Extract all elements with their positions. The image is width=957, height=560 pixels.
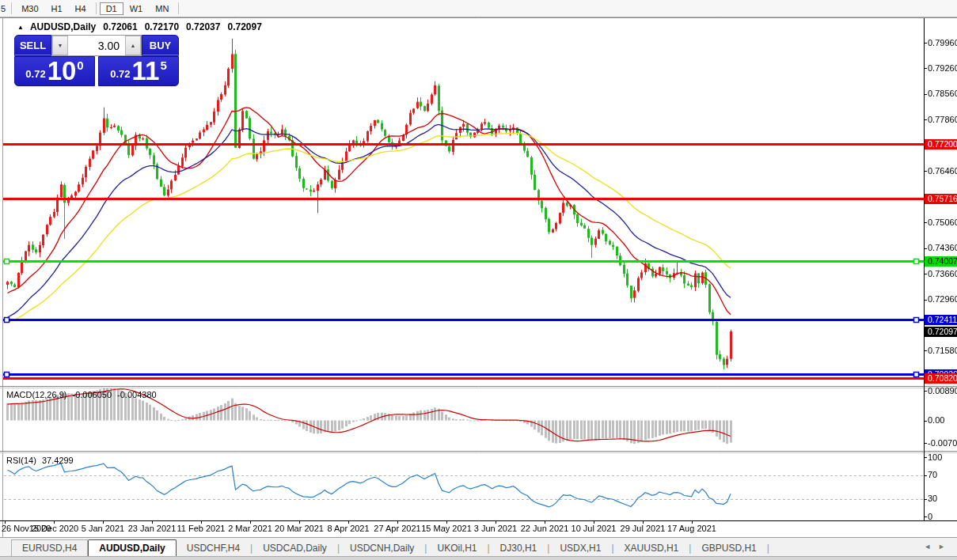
macd-axis-tick: 0.008904 — [928, 386, 957, 396]
tab-separator: | — [767, 540, 769, 557]
timeframe-button-w1[interactable]: W1 — [123, 2, 150, 15]
tab-audusd-daily[interactable]: AUDUSD,Daily — [88, 539, 176, 558]
tab-usdchf-h4[interactable]: USDCHF,H4 — [177, 540, 250, 557]
toolbar-separator — [96, 2, 97, 14]
timeframe-button-h1[interactable]: H1 — [45, 2, 69, 15]
price-axis-tick: 0.75060 — [928, 218, 956, 228]
sell-button[interactable]: SELL — [14, 35, 51, 56]
price-axis-tick: 0.72960 — [928, 294, 956, 305]
date-axis-label: 8 Apr 2021 — [327, 524, 369, 533]
price-badge-0.72411: 0.72411 — [925, 315, 957, 325]
date-axis-label: 5 Jan 2021 — [82, 524, 124, 533]
price-axis-tick: 0.77860 — [928, 115, 956, 125]
macd-main-value: -0.006050 — [72, 390, 112, 399]
price-badge-0.74007: 0.74007 — [925, 256, 957, 267]
rsi-axis-tick: 30 — [928, 494, 956, 504]
sell-price-prefix: 0.72 — [25, 68, 45, 80]
price-axis-tick: 0.79260 — [928, 63, 956, 74]
trading-platform-window: 5 M30H1H4D1W1MN ▲ AUDUSD,Daily 0.72061 0… — [0, 0, 957, 560]
timeframe-button-d1[interactable]: D1 — [100, 2, 123, 15]
macd-axis-tick: -0.007013 — [928, 438, 957, 448]
price-high: 0.72170 — [145, 21, 179, 32]
collapse-trade-panel-icon[interactable]: ▲ — [17, 24, 24, 31]
volume-decrease-button[interactable]: ▼ — [52, 36, 68, 55]
rsi-axis-tick: 0 — [928, 512, 956, 522]
price-axis-tick: 0.79960 — [928, 38, 956, 48]
volume-input[interactable]: 3.00 — [68, 36, 125, 55]
sell-price-button[interactable]: 0.72 10 0 — [14, 56, 95, 86]
date-axis-label: 3 Jun 2021 — [474, 524, 517, 533]
price-close: 0.72097 — [227, 21, 261, 32]
rsi-label: RSI(14) 37.4299 — [6, 456, 74, 465]
price-axis-tick: 0.71580 — [928, 346, 956, 356]
timeframe-button-partial[interactable]: 5 — [0, 2, 8, 15]
symbol-period-label: AUDUSD,Daily — [30, 21, 96, 32]
tab-scroll-right-icon[interactable]: ► — [938, 543, 952, 551]
timeframe-button-mn[interactable]: MN — [149, 2, 175, 15]
date-axis-label: 15 May 2021 — [421, 524, 472, 533]
buy-price-button[interactable]: 0.72 11 5 — [98, 56, 179, 86]
chart-title: ▲ AUDUSD,Daily 0.72061 0.72170 0.72037 0… — [17, 21, 262, 32]
price-axis-tick: 0.78560 — [928, 89, 956, 99]
sell-price-pip: 0 — [77, 59, 83, 72]
toolbar-separator — [11, 2, 12, 14]
date-axis-label: 23 Jan 2021 — [128, 524, 177, 533]
date-axis-label: 22 Jun 2021 — [521, 524, 569, 533]
timeframe-button-h4[interactable]: H4 — [69, 2, 93, 15]
buy-price-prefix: 0.72 — [110, 68, 130, 80]
price-axis-tick: 0.73660 — [928, 269, 956, 279]
price-open: 0.72061 — [103, 21, 137, 32]
date-axis-label: 20 Mar 2021 — [275, 524, 324, 533]
volume-increase-button[interactable]: ▲ — [125, 36, 141, 55]
date-axis-label: 10 Jul 2021 — [572, 524, 617, 533]
buy-button[interactable]: BUY — [142, 35, 179, 56]
macd-signal-value: -0.004380 — [117, 390, 157, 399]
tab-usdcad-daily[interactable]: USDCAD,Daily — [253, 540, 337, 557]
macd-label: MACD(12,26,9) -0.006050 -0.004380 — [6, 390, 157, 399]
date-axis-label: 15 Dec 2020 — [29, 524, 78, 533]
buy-price-pip: 5 — [160, 59, 166, 72]
price-badge-0.75716: 0.75716 — [925, 194, 957, 204]
date-axis-label: 27 Apr 2021 — [374, 524, 420, 533]
price-badge-0.70820: 0.70820 — [925, 373, 957, 384]
timeframe-toolbar: 5 M30H1H4D1W1MN — [0, 0, 957, 17]
tab-ukoil-h1[interactable]: UKOil,H1 — [427, 540, 487, 557]
symbol-tab-bar: EURUSD,H4AUDUSD,DailyUSDCHF,H4|USDCAD,Da… — [0, 537, 957, 557]
tab-scroll-left-icon[interactable]: ◄ — [924, 543, 938, 551]
tab-usdx-h1[interactable]: USDX,H1 — [549, 540, 611, 557]
tab-xauusd-h1[interactable]: XAUUSD,H1 — [614, 540, 689, 557]
rsi-value: 37.4299 — [42, 456, 74, 465]
price-axis-tick: 0.74360 — [928, 243, 956, 253]
price-axis-tick: 0.76460 — [928, 166, 956, 176]
date-axis-label: 2 Mar 2021 — [228, 524, 272, 533]
timeframe-button-m30[interactable]: M30 — [15, 2, 44, 15]
macd-axis-tick: 0.00 — [928, 415, 957, 426]
date-axis-label: 11 Feb 2021 — [177, 524, 226, 533]
window-bottom-edge — [0, 556, 957, 560]
one-click-trade-panel: 0.72 10 0 0.72 11 5 SELL ▼ 3.00 ▲ BUY — [14, 35, 179, 86]
tab-usdcnh-daily[interactable]: USDCNH,Daily — [340, 540, 424, 557]
price-low: 0.72037 — [186, 21, 220, 32]
tab-gbpusd-h1[interactable]: GBPUSD,H1 — [691, 540, 766, 557]
tab-dj30-h1[interactable]: DJ30,H1 — [490, 540, 548, 557]
rsi-axis-tick: 70 — [928, 470, 956, 480]
price-badge-0.72097: 0.72097 — [925, 327, 957, 337]
volume-spinner: ▼ 3.00 ▲ — [51, 35, 142, 56]
tab-eurusd-h4[interactable]: EURUSD,H4 — [11, 539, 88, 557]
sell-price-main: 10 — [47, 59, 77, 83]
buy-price-main: 11 — [132, 59, 160, 83]
tab-scroll-arrows: ◄► — [924, 543, 952, 551]
price-badge-0.77200: 0.77200 — [925, 139, 957, 149]
rsi-axis-tick: 100 — [928, 452, 956, 463]
date-axis-label: 17 Aug 2021 — [667, 524, 716, 533]
toolbar-separator — [178, 2, 179, 14]
date-axis-label: 29 Jul 2021 — [621, 524, 666, 533]
